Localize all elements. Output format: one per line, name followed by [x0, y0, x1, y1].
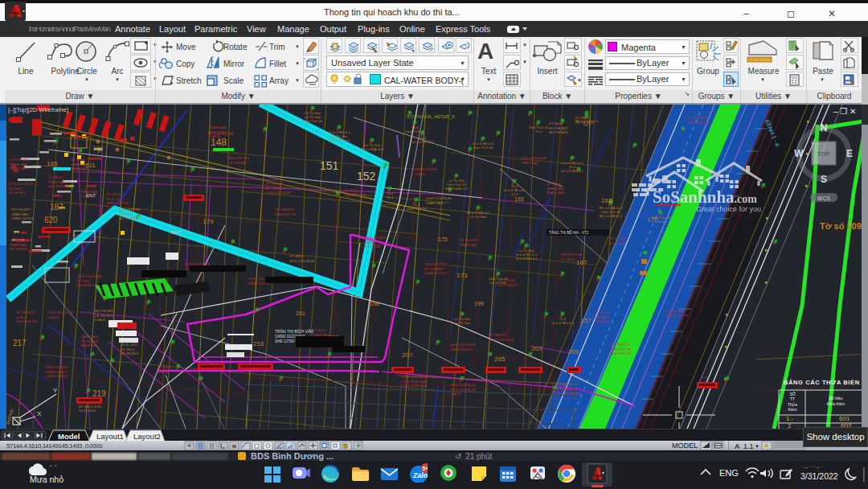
svg-text:19-11-2001: 19-11-2001 [555, 388, 572, 392]
svg-text:163: 163 [514, 196, 524, 202]
svg-text:DT 450.6: DT 450.6 [106, 192, 121, 196]
svg-text:LÊ THỊ MỚI: LÊ THỊ MỚI [95, 314, 113, 318]
svg-text:WCS: WCS [817, 195, 831, 201]
svg-text:LUA 2L: LUA 2L [158, 370, 169, 374]
svg-text:HỒ THỊ MỜI: HỒ THỊ MỜI [11, 208, 31, 212]
svg-text:148: 148 [211, 137, 227, 148]
svg-text:DT 450.6: DT 450.6 [549, 121, 563, 125]
svg-text:201: 201 [296, 310, 305, 316]
svg-text:X: X [37, 410, 42, 417]
svg-text:A: A [735, 442, 740, 450]
svg-text:GCN 1224 NQ/Đ: GCN 1224 NQ/Đ [48, 310, 73, 314]
svg-text:▼: ▼ [755, 444, 760, 449]
svg-text:19-11-2001: 19-11-2001 [609, 241, 627, 245]
svg-text:DT 450.6: DT 450.6 [561, 257, 575, 261]
svg-text:TRẦN VĂN: TRẦN VĂN [209, 125, 226, 129]
svg-text:Tổ 4: Tổ 4 [657, 220, 665, 224]
svg-text:NGUYEN THỊ: NGUYEN THỊ [119, 208, 140, 212]
svg-text:NGUYEN THỊ: NGUYEN THỊ [16, 319, 37, 323]
svg-text:DT 450.6: DT 450.6 [289, 254, 304, 258]
svg-text:DT 450.6: DT 450.6 [595, 315, 609, 319]
svg-text:162: 162 [601, 197, 612, 204]
svg-text:199: 199 [474, 301, 484, 306]
svg-text:LUA 2L: LUA 2L [450, 392, 461, 396]
svg-text:HỒ THỊ MỜI: HỒ THỊ MỜI [10, 158, 29, 162]
svg-text:CMND 022374: CMND 022374 [45, 374, 68, 378]
svg-text:TRẦN VĂN: TRẦN VĂN [10, 162, 27, 166]
svg-text:179: 179 [203, 218, 214, 225]
svg-text:E: E [846, 148, 853, 159]
svg-text:LÊ THỊ MỚI: LÊ THỊ MỚI [80, 339, 98, 343]
svg-text:19-11-2001: 19-11-2001 [363, 244, 381, 249]
svg-text:DT 450.6: DT 450.6 [158, 365, 172, 369]
svg-text:LÊ THỊ MỚI: LÊ THỊ MỚI [265, 182, 283, 186]
svg-text:Layout2: Layout2 [133, 432, 161, 441]
svg-text:151: 151 [320, 159, 339, 172]
svg-text:HỒ THỊ MỜI: HỒ THỊ MỜI [688, 116, 707, 120]
svg-text:601: 601 [839, 415, 850, 422]
svg-text:2: 2 [788, 422, 792, 429]
svg-text:DT 450.6: DT 450.6 [595, 310, 609, 314]
svg-text:Y: Y [53, 387, 58, 394]
svg-text:LUA 2L: LUA 2L [95, 318, 106, 322]
svg-text:HỒ THỊ MỜI: HỒ THỊ MỜI [95, 309, 114, 313]
svg-text:LÊ THỊ MỚI: LÊ THỊ MỚI [228, 161, 246, 165]
svg-text:HỒ THỊ MỜI: HỒ THỊ MỜI [275, 208, 294, 212]
svg-text:VỢ TH GIA_4670/P_K: VỢ TH GIA_4670/P_K [407, 114, 455, 119]
svg-text:CMND 022374: CMND 022374 [450, 347, 473, 351]
svg-text:GCN 1224 NQ/Đ: GCN 1224 NQ/Đ [450, 343, 475, 347]
svg-text:LUA 2L: LUA 2L [363, 240, 375, 244]
svg-text:DT 450.6: DT 450.6 [76, 279, 91, 283]
svg-text:CMND 022374: CMND 022374 [45, 365, 68, 369]
svg-text:NGUYEN THỊ: NGUYEN THỊ [48, 184, 69, 188]
svg-text:1 -: 1 - [786, 415, 794, 422]
svg-text:TRẦN VĂN: TRẦN VĂN [11, 212, 28, 216]
svg-text:CMND 022374: CMND 022374 [45, 370, 68, 374]
svg-text:HỒ THỊ MỜI: HỒ THỊ MỜI [119, 216, 138, 220]
svg-text:DT 450.6: DT 450.6 [119, 212, 133, 216]
svg-text:Great choice for you: Great choice for you [696, 205, 761, 213]
svg-text:LÊ THỊ MỚI: LÊ THỊ MỚI [121, 351, 138, 355]
svg-text:TRẦN VĂN: TRẦN VĂN [426, 201, 443, 205]
svg-text:W: W [794, 148, 804, 159]
svg-text:NGUYEN THỊ: NGUYEN THỊ [76, 283, 97, 287]
svg-text:172: 172 [647, 216, 658, 224]
svg-text:°· °: °· ° [50, 464, 57, 469]
svg-text:từ ở ữ 98 Lô.1: từ ở ữ 98 Lô.1 [516, 257, 538, 261]
svg-text:Mưa nhỏ: Mưa nhỏ [30, 475, 63, 484]
svg-text:DT 450.6: DT 450.6 [121, 347, 135, 351]
svg-text:ĐNT: ĐNT [171, 230, 182, 235]
svg-text:219: 219 [92, 389, 106, 398]
svg-text:DT 450.6: DT 450.6 [8, 187, 23, 191]
svg-text:TĂNG THỊ BẾ HAI - VT2: TĂNG THỊ BẾ HAI - VT2 [549, 230, 589, 235]
svg-text:CMND 022374: CMND 022374 [415, 167, 437, 171]
svg-text:HỒ THỊ MỜI: HỒ THỊ MỜI [498, 283, 518, 287]
svg-text:98 ở ữ ĐẬ Lô.1: 98 ở ữ ĐẬ Lô.1 [445, 187, 469, 191]
svg-text:Tờ số 109: Tờ số 109 [820, 221, 862, 231]
svg-text:TRẦN VĂN: TRẦN VĂN [521, 161, 538, 165]
svg-text:từ ở ữ 98 Lô.1: từ ở ữ 98 Lô.1 [412, 140, 435, 144]
svg-text:TT: TT [790, 397, 795, 401]
svg-text:205: 205 [494, 355, 506, 363]
svg-text:Tổ 4: Tổ 4 [387, 195, 394, 199]
svg-text:Model: Model [58, 432, 80, 441]
svg-text:DT 450.6: DT 450.6 [595, 319, 609, 323]
svg-text:203: 203 [531, 345, 542, 352]
svg-text:GCN 1224 NQ/Đ: GCN 1224 NQ/Đ [450, 388, 475, 392]
svg-text:– ❐ ✕: – ❐ ✕ [833, 107, 856, 116]
svg-text:TRẦN VĂN: TRẦN VĂN [10, 243, 27, 247]
svg-text:GCN 1224 NQ/Đ: GCN 1224 NQ/Đ [265, 191, 290, 195]
svg-text:DT 450.6: DT 450.6 [547, 182, 561, 186]
svg-text:TRẦN VĂN: TRẦN VĂN [10, 166, 27, 171]
svg-text:NGUYEN THỊ: NGUYEN THỊ [611, 351, 632, 355]
svg-text:207: 207 [402, 351, 413, 359]
svg-text:TRẦN VĂN: TRẦN VĂN [80, 335, 97, 339]
svg-text:TRẦN VĂN: TRẦN VĂN [460, 243, 477, 247]
svg-text:206: 206 [568, 348, 579, 355]
svg-text:GCN 1224 NQ/Đ: GCN 1224 NQ/Đ [402, 375, 427, 379]
svg-text:1.1: 1.1 [743, 442, 754, 450]
svg-text:TRẦN THỊ BÍCH VÂN: TRẦN THỊ BÍCH VÂN [275, 329, 313, 334]
svg-text:TRẦN VĂN: TRẦN VĂN [312, 333, 329, 337]
svg-text:LÊ THỊ MỚI: LÊ THỊ MỚI [665, 309, 683, 313]
svg-text:CMND 022374: CMND 022374 [106, 201, 129, 205]
